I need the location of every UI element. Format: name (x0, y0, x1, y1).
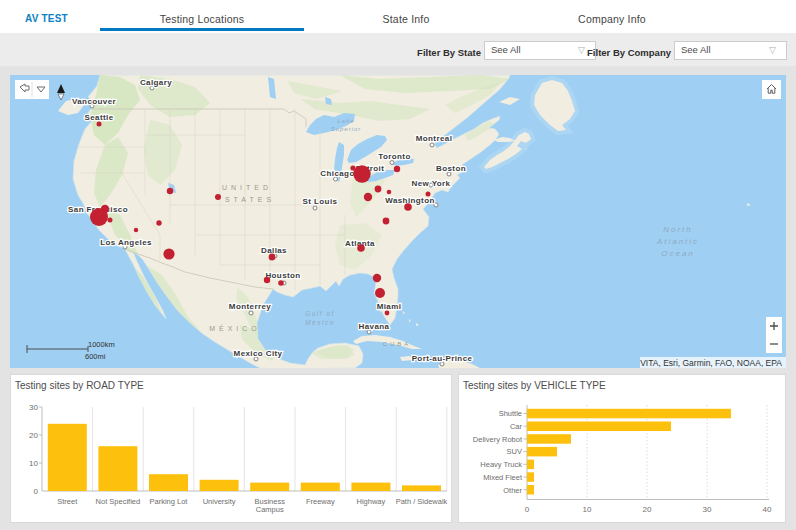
svg-text:Mexico City: Mexico City (234, 349, 283, 358)
svg-text:Not Specified: Not Specified (96, 497, 141, 506)
svg-text:Houston: Houston (265, 271, 300, 280)
svg-text:10: 10 (29, 459, 38, 468)
svg-text:Atlantic: Atlantic (656, 237, 699, 246)
svg-text:Port-au-Prince: Port-au-Prince (412, 354, 473, 363)
svg-text:Monterrey: Monterrey (229, 302, 271, 311)
svg-text:Freeway: Freeway (306, 497, 335, 506)
svg-text:Vancouver: Vancouver (72, 97, 116, 106)
svg-text:Other: Other (503, 486, 522, 495)
svg-text:Mixed Fleet: Mixed Fleet (483, 473, 523, 482)
svg-text:Heavy Truck: Heavy Truck (480, 460, 522, 469)
svg-text:University: University (203, 497, 236, 506)
svg-text:Lake: Lake (337, 118, 354, 124)
svg-text:30: 30 (29, 403, 38, 412)
svg-text:Shuttle: Shuttle (499, 409, 522, 418)
svg-text:Campus: Campus (256, 505, 284, 514)
svg-text:Havana: Havana (359, 322, 390, 331)
svg-text:20: 20 (29, 431, 38, 440)
svg-text:Gulf of: Gulf of (305, 310, 335, 317)
svg-text:Parking Lot: Parking Lot (150, 497, 189, 506)
svg-text:30: 30 (703, 505, 712, 514)
svg-text:Street: Street (57, 497, 78, 506)
svg-text:Path / Sidewalk: Path / Sidewalk (396, 497, 448, 506)
svg-text:STATES: STATES (225, 196, 275, 203)
svg-text:MÉXICO: MÉXICO (209, 324, 261, 332)
svg-text:CUBA: CUBA (383, 341, 412, 347)
svg-text:20: 20 (643, 505, 652, 514)
svg-text:Montreal: Montreal (416, 134, 453, 143)
svg-text:Car: Car (510, 422, 523, 431)
svg-text:Highway: Highway (357, 497, 386, 506)
svg-text:North: North (663, 225, 693, 234)
svg-text:St Louis: St Louis (303, 197, 338, 206)
svg-text:Chicago: Chicago (320, 169, 354, 178)
svg-text:Miami: Miami (377, 302, 402, 311)
svg-text:Ocean: Ocean (661, 249, 695, 258)
svg-text:Calgary: Calgary (140, 78, 172, 87)
svg-text:Toronto: Toronto (378, 152, 410, 161)
svg-text:UNITED: UNITED (222, 184, 272, 191)
svg-text:40: 40 (763, 505, 772, 514)
svg-text:Los Angeles: Los Angeles (100, 238, 152, 247)
svg-text:Washington: Washington (385, 196, 434, 205)
svg-text:0: 0 (34, 487, 39, 496)
svg-text:10: 10 (583, 505, 592, 514)
svg-text:1000km: 1000km (88, 340, 115, 349)
svg-text:Boston: Boston (436, 164, 466, 173)
svg-text:Seattle: Seattle (84, 113, 113, 122)
svg-text:0: 0 (525, 505, 530, 514)
svg-text:Mexico: Mexico (305, 319, 335, 326)
svg-text:Dallas: Dallas (261, 246, 287, 255)
svg-text:Superior: Superior (331, 126, 362, 132)
svg-text:New York: New York (412, 179, 451, 188)
svg-text:SUV: SUV (507, 447, 522, 456)
svg-text:600mi: 600mi (85, 352, 106, 361)
svg-text:Delivery Robot: Delivery Robot (473, 435, 523, 444)
svg-text:VITA, Esri, Garmin, FAO, NOAA,: VITA, Esri, Garmin, FAO, NOAA, EPA (640, 358, 782, 368)
